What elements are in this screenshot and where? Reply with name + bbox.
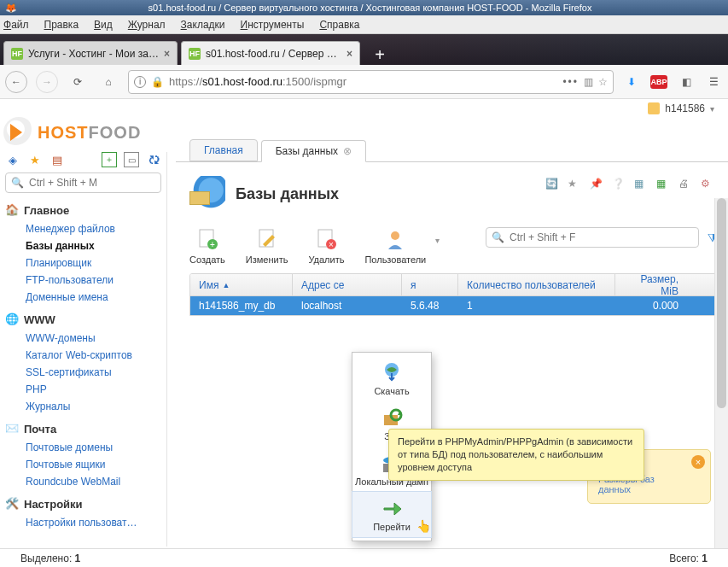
col-users[interactable]: Количество пользователей xyxy=(458,274,615,295)
filter-box[interactable]: 🔍 xyxy=(486,227,699,248)
sidebar-item-domains[interactable]: Доменные имена xyxy=(5,289,161,306)
info-icon[interactable]: i xyxy=(134,76,146,88)
col-addr[interactable]: Адрес се xyxy=(293,274,402,295)
sort-asc-icon: ▲ xyxy=(222,281,230,289)
sidebar-search-input[interactable] xyxy=(29,177,155,189)
cell-size: 0.000 xyxy=(615,300,687,312)
sidebar-item-scheduler[interactable]: Планировщик xyxy=(5,254,161,272)
close-icon[interactable]: ⊗ xyxy=(343,145,352,157)
user-name: h141586 xyxy=(665,102,705,114)
url-bar[interactable]: i 🔒 https://s01.host-food.ru:1500/ispmgr… xyxy=(128,70,614,94)
sidebar-item-ssl[interactable]: SSL-сертификаты xyxy=(5,364,161,381)
browser-menubar: Файл Правка Вид Журнал Закладки Инструме… xyxy=(0,15,728,34)
users-button[interactable]: Пользователи ▾ xyxy=(364,227,426,265)
reader-icon[interactable]: ▥ xyxy=(584,76,593,88)
star-fav-icon[interactable]: ★ xyxy=(27,152,43,167)
forward-button[interactable]: → xyxy=(36,71,58,93)
menu-bookmarks[interactable]: Закладки xyxy=(181,19,225,31)
sidebar-item-usersettings[interactable]: Настройки пользоват… xyxy=(5,514,161,531)
bookmark-star-icon[interactable]: ☆ xyxy=(598,76,608,88)
tab-databases[interactable]: Базы данных ⊗ xyxy=(261,140,366,162)
menu-tools[interactable]: Инструменты xyxy=(241,19,305,31)
tooltip-text: Перейти в PHPMyAdmin/PHPPgAdmin (в завис… xyxy=(398,436,632,472)
close-icon[interactable]: × xyxy=(347,48,352,60)
csv-icon[interactable]: ▦ xyxy=(634,178,648,191)
url-text: https://s01.host-food.ru:1500/ispmgr xyxy=(169,75,557,88)
filter-input[interactable] xyxy=(510,231,693,243)
settings-icon[interactable]: ⚙ xyxy=(701,178,714,191)
arrow-go-icon xyxy=(381,497,403,519)
status-bar: Выделено: 1 Всего: 1 xyxy=(0,548,728,567)
menu-view[interactable]: Вид xyxy=(94,19,113,31)
search-icon: 🔍 xyxy=(492,231,504,243)
sidebar-item-logs[interactable]: Журналы xyxy=(5,398,161,415)
vertical-scrollbar[interactable] xyxy=(714,198,728,548)
favicon-icon: HF xyxy=(189,48,201,60)
status-total: Всего: 1 xyxy=(669,552,708,564)
node-icon[interactable]: ◈ xyxy=(5,152,20,167)
chevron-down-icon: ▾ xyxy=(710,104,714,114)
panel-toolbar-right: 🔄 ★ 📌 ❔ ▦ ▦ 🖨 ⚙ xyxy=(545,178,714,191)
sidebar-group-main[interactable]: 🏠 Главное xyxy=(5,203,161,217)
sidebar-item-roundcube[interactable]: Roundcube WebMail xyxy=(5,473,161,490)
help-icon[interactable]: ❔ xyxy=(612,178,626,191)
refresh-icon[interactable]: 🔄 xyxy=(545,178,559,191)
back-button[interactable]: ← xyxy=(5,71,27,93)
delete-button[interactable]: × Удалить xyxy=(308,227,344,265)
scrollbar-thumb[interactable] xyxy=(717,198,726,408)
dropdown-go[interactable]: Перейти xyxy=(352,491,432,538)
sidebar-group-www[interactable]: 🌐 WWW xyxy=(5,313,161,326)
menu-edit[interactable]: Правка xyxy=(44,19,79,31)
user-menu[interactable]: h141586 ▾ xyxy=(648,102,714,114)
sidebar-iconrow: ◈ ★ ▤ ＋ ▭ 🗘 xyxy=(5,152,161,167)
doc-edit-icon xyxy=(255,227,279,251)
edit-button[interactable]: Изменить xyxy=(246,227,288,265)
page-action-menu[interactable]: ••• xyxy=(562,76,579,88)
sidebar-icon[interactable]: ◧ xyxy=(677,73,696,91)
col-ver[interactable]: я xyxy=(402,274,458,295)
sidebar-item-databases[interactable]: Базы данных xyxy=(5,237,161,254)
menu-journal[interactable]: Журнал xyxy=(128,19,166,31)
sidebar-item-maildomains[interactable]: Почтовые домены xyxy=(5,439,161,456)
reload-button[interactable]: ⟳ xyxy=(67,71,89,93)
star-icon[interactable]: ★ xyxy=(568,178,581,191)
menu-file[interactable]: Файл xyxy=(3,19,29,31)
new-tab-button[interactable]: + xyxy=(369,44,391,65)
sidebar-item-ftp[interactable]: FTP-пользователи xyxy=(5,272,161,289)
pin-icon[interactable]: 📌 xyxy=(590,178,603,191)
browser-tab-2[interactable]: HF s01.host-food.ru / Сервер в… × xyxy=(181,41,360,65)
sidebar-search[interactable]: 🔍 xyxy=(5,172,161,193)
sidebar-item-mailboxes[interactable]: Почтовые ящики xyxy=(5,456,161,473)
browser-tab-1[interactable]: HF Услуги - Хостинг - Мои за… × xyxy=(3,41,178,65)
table-row[interactable]: h141586_my_db localhost 5.6.48 1 0.000 xyxy=(190,296,717,315)
create-button[interactable]: + Создать xyxy=(189,227,225,265)
svg-text:×: × xyxy=(329,240,335,249)
adblock-icon[interactable]: ABP xyxy=(649,73,668,91)
refresh-icon[interactable]: 🗘 xyxy=(146,152,161,167)
close-icon[interactable]: × xyxy=(164,48,170,60)
sidebar-item-wwwdomains[interactable]: WWW-домены xyxy=(5,330,161,347)
add-square-icon[interactable]: ＋ xyxy=(102,152,117,167)
print-icon[interactable]: 🖨 xyxy=(678,178,692,191)
sidebar-item-php[interactable]: PHP xyxy=(5,381,161,398)
xls-icon[interactable]: ▦ xyxy=(656,178,670,191)
users-icon xyxy=(383,227,407,251)
menu-help[interactable]: Справка xyxy=(319,19,359,31)
collapse-icon[interactable]: ▭ xyxy=(124,152,139,167)
download-icon[interactable]: ⬇ xyxy=(622,73,641,91)
dropdown-download[interactable]: Скачать xyxy=(352,356,431,401)
col-size[interactable]: Размер, MiB xyxy=(615,274,687,295)
favicon-icon: HF xyxy=(11,48,23,60)
col-name[interactable]: Имя▲ xyxy=(190,274,293,295)
sidebar-item-files[interactable]: Менеджер файлов xyxy=(5,220,161,237)
cell-ver: 5.6.48 xyxy=(402,300,458,312)
sidebar-item-scripts[interactable]: Каталог Web-скриптов xyxy=(5,347,161,364)
sidebar-group-mail[interactable]: ✉️ Почта xyxy=(5,422,161,435)
hamburger-menu-icon[interactable]: ☰ xyxy=(704,73,723,91)
close-icon[interactable]: × xyxy=(691,455,705,469)
tab-home[interactable]: Главная xyxy=(189,139,258,161)
home-button[interactable]: ⌂ xyxy=(97,71,119,93)
doc-icon[interactable]: ▤ xyxy=(50,152,65,167)
lock-icon: 🔒 xyxy=(151,76,164,88)
sidebar-group-settings[interactable]: 🛠️ Настройки xyxy=(5,497,161,511)
